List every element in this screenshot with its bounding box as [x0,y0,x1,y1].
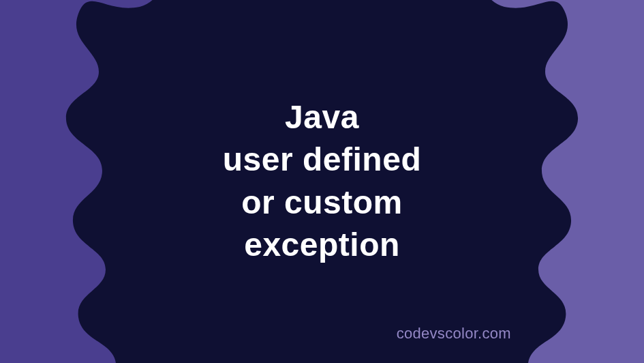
title-line-1: Java [285,99,359,135]
title-line-2: user defined [223,142,421,178]
main-title: Java user defined or custom exception [223,96,421,267]
content-area: Java user defined or custom exception [223,96,421,267]
footer-url: codevscolor.com [397,325,511,342]
title-line-4: exception [244,227,400,263]
footer: codevscolor.com [397,325,511,343]
banner-container: Java user defined or custom exception co… [0,0,644,363]
title-line-3: or custom [241,184,403,220]
